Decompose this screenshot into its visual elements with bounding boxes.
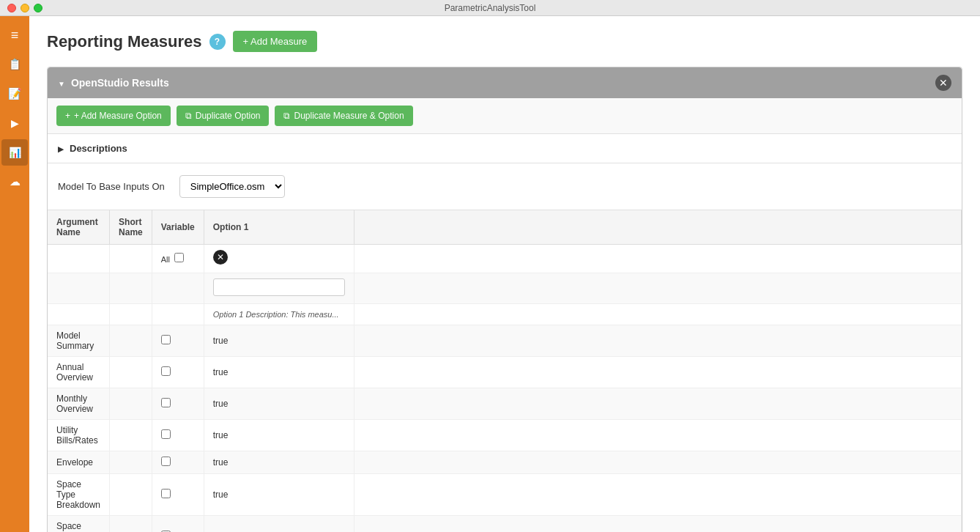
- close-btn[interactable]: [7, 4, 16, 12]
- option1-cell: true: [204, 451, 354, 474]
- short-name-cell: [110, 388, 152, 420]
- titlebar: ParametricAnalysisTool: [0, 0, 980, 16]
- variable-checkbox[interactable]: [161, 457, 171, 466]
- variable-checkbox[interactable]: [161, 429, 171, 439]
- option1-cell: true: [204, 420, 354, 451]
- col-argument-name: Argument Name: [48, 210, 110, 245]
- sidebar-item-files[interactable]: 📋: [1, 51, 28, 78]
- option-desc-row: Option 1 Description: This measu...: [48, 304, 962, 325]
- option-name-row: Option 1: [48, 273, 962, 304]
- main-content: Reporting Measures ? + Add Measure OpenS…: [29, 16, 980, 532]
- model-base-select[interactable]: SimpleOffice.osm: [179, 175, 285, 198]
- maximize-btn[interactable]: [34, 4, 42, 12]
- model-base-section: Model To Base Inputs On SimpleOffice.osm: [48, 163, 962, 210]
- window-title: ParametricAnalysisTool: [445, 3, 536, 13]
- duplicate-option-button[interactable]: Duplicate Option: [177, 106, 270, 126]
- descriptions-label: Descriptions: [70, 143, 127, 154]
- arg-name-cell: Space Type Breakdown: [48, 474, 110, 516]
- table-row: Annual Overview true: [48, 357, 962, 388]
- page-title: Reporting Measures: [47, 32, 202, 51]
- col-option1: Option 1: [204, 210, 354, 245]
- duplicate-measure-option-button[interactable]: Duplicate Measure & Option: [275, 106, 412, 126]
- meta-arg-cell: [48, 245, 110, 273]
- section-title: OpenStudio Results: [71, 77, 169, 89]
- col-variable: Variable: [152, 210, 204, 245]
- sidebar-item-menu[interactable]: ≡: [1, 22, 28, 48]
- variable-cell: [152, 388, 204, 420]
- table-row: Envelope true: [48, 451, 962, 474]
- sidebar-item-play[interactable]: ▶: [1, 110, 28, 136]
- variable-cell: [152, 474, 204, 516]
- arg-name-cell: Monthly Overview: [48, 388, 110, 420]
- option-meta-row: All ✕: [48, 245, 962, 273]
- sidebar-item-cloud[interactable]: ☁: [1, 169, 28, 195]
- option1-cell: true: [204, 325, 354, 357]
- arg-name-cell: Model Summary: [48, 325, 110, 357]
- variable-checkbox[interactable]: [161, 335, 171, 344]
- arguments-table: Argument Name Short Name Variable Option…: [48, 210, 962, 532]
- add-measure-button[interactable]: + Add Measure: [233, 31, 318, 52]
- short-name-cell: [110, 516, 152, 533]
- variable-checkbox[interactable]: [161, 366, 171, 376]
- table-row: Space Type Summary true: [48, 516, 962, 533]
- option1-description: Option 1 Description: This measu...: [213, 310, 339, 319]
- col-short-name: Short Name: [110, 210, 152, 245]
- meta-short-cell: [110, 245, 152, 273]
- copy-measure-icon: [283, 111, 290, 121]
- option1-name-input[interactable]: Option 1: [213, 278, 345, 296]
- variable-checkbox[interactable]: [161, 398, 171, 407]
- section-collapse-icon[interactable]: [58, 77, 65, 89]
- add-measure-option-button[interactable]: + + Add Measure Option: [56, 106, 171, 126]
- table-header-row: Argument Name Short Name Variable Option…: [48, 210, 962, 245]
- arg-name-cell: Utility Bills/Rates: [48, 420, 110, 451]
- option1-cell: true: [204, 474, 354, 516]
- copy-icon: [185, 111, 192, 121]
- option1-cell: true: [204, 357, 354, 388]
- short-name-cell: [110, 325, 152, 357]
- descriptions-bar[interactable]: Descriptions: [48, 134, 962, 163]
- descriptions-collapse-icon: [58, 143, 64, 154]
- table-row: Model Summary true: [48, 325, 962, 357]
- arg-name-cell: Envelope: [48, 451, 110, 474]
- variable-cell: [152, 325, 204, 357]
- table-row: Space Type Breakdown true: [48, 474, 962, 516]
- sidebar: ≡ 📋 📝 ▶ 📊 ☁: [0, 16, 29, 532]
- variable-cell: [152, 516, 204, 533]
- openstudio-section: OpenStudio Results ✕ + + Add Measure Opt…: [47, 67, 962, 532]
- section-close-button[interactable]: ✕: [935, 75, 951, 91]
- short-name-cell: [110, 357, 152, 388]
- sidebar-item-edit[interactable]: 📝: [1, 81, 28, 107]
- section-toolbar: + + Add Measure Option Duplicate Option …: [48, 98, 962, 134]
- variable-cell: [152, 420, 204, 451]
- window-controls: [7, 4, 42, 12]
- variable-cell: [152, 451, 204, 474]
- page-header: Reporting Measures ? + Add Measure: [47, 31, 962, 52]
- col-extra: [354, 210, 961, 245]
- option1-close-button[interactable]: ✕: [213, 250, 228, 265]
- help-badge[interactable]: ?: [209, 34, 226, 50]
- all-checkbox[interactable]: [174, 253, 184, 262]
- short-name-cell: [110, 451, 152, 474]
- meta-option1-cell: ✕: [204, 245, 354, 273]
- variable-cell: [152, 357, 204, 388]
- section-header-left: OpenStudio Results: [58, 77, 169, 89]
- plus-icon: +: [65, 111, 70, 121]
- arg-name-cell: Annual Overview: [48, 357, 110, 388]
- option1-cell: true: [204, 388, 354, 420]
- table-row: Utility Bills/Rates true: [48, 420, 962, 451]
- all-label: All: [161, 255, 170, 264]
- short-name-cell: [110, 474, 152, 516]
- table-row: Monthly Overview true: [48, 388, 962, 420]
- variable-checkbox[interactable]: [161, 489, 171, 498]
- short-name-cell: [110, 420, 152, 451]
- option1-cell: true: [204, 516, 354, 533]
- sidebar-item-chart[interactable]: 📊: [1, 139, 28, 166]
- minimize-btn[interactable]: [21, 4, 29, 12]
- meta-variable-all-cell: All: [152, 245, 204, 273]
- section-header: OpenStudio Results ✕: [48, 67, 962, 98]
- model-base-label: Model To Base Inputs On: [58, 181, 165, 192]
- arg-name-cell: Space Type Summary: [48, 516, 110, 533]
